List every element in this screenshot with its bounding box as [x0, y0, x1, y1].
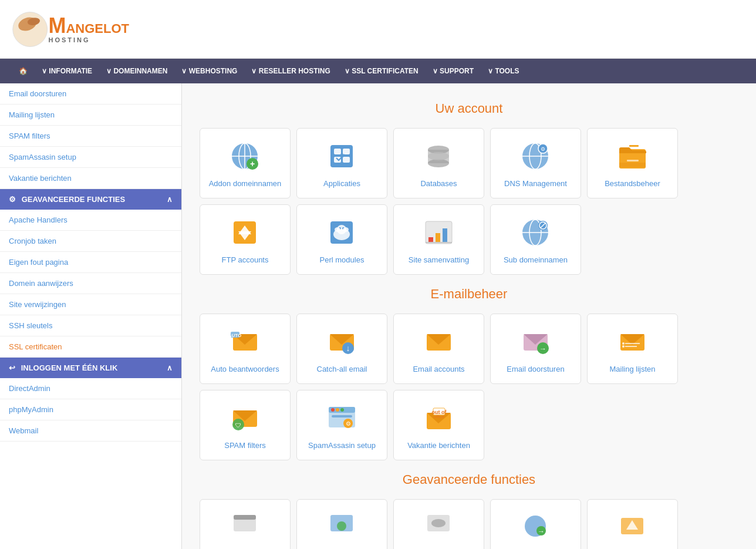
tile-ftp-label: FTP accounts — [222, 255, 269, 264]
nav-support[interactable]: ∨ SUPPORT — [426, 59, 481, 83]
svg-point-75 — [331, 408, 335, 412]
databases-icon — [421, 139, 457, 174]
tile-spamassasin-label: SpamAssasin setup — [308, 441, 376, 450]
tile-bestandsbeheer[interactable]: Bestandsbeheer — [587, 128, 678, 198]
sidebar-item-domein-aanwijzers[interactable]: Domein aanwijzers — [0, 273, 181, 294]
tile-perl[interactable]: Perl modules — [296, 204, 387, 275]
tile-spamassasin[interactable]: ⚙ SpamAssasin setup — [296, 390, 387, 460]
svg-rect-39 — [428, 237, 433, 242]
perl-icon — [325, 215, 360, 251]
svg-rect-11 — [334, 149, 341, 154]
tile-advanced-2[interactable] — [296, 499, 387, 549]
tile-databases[interactable]: Databases — [393, 128, 484, 198]
svg-text:+: + — [250, 159, 255, 169]
sidebar-item-cronjob[interactable]: Cronjob taken — [0, 231, 181, 252]
sidebar-item-phpmyadmin[interactable]: phpMyAdmin — [0, 399, 181, 420]
tile-auto-beantwoorders[interactable]: AUTO Auto beantwoorders — [200, 314, 291, 384]
svg-text:⚙: ⚙ — [346, 420, 351, 427]
advanced-icon-3 — [421, 508, 457, 544]
nav-domeinnamen[interactable]: ∨ DOMEINNAMEN — [99, 59, 174, 83]
sidebar-item-site-verwijzingen[interactable]: Site verwijzingen — [0, 294, 181, 315]
svg-point-76 — [336, 408, 339, 412]
catch-all-icon: ↓ — [325, 325, 360, 360]
tile-databases-label: Databases — [420, 179, 457, 188]
svg-point-68 — [622, 345, 625, 348]
auto-reply-icon: AUTO — [228, 325, 263, 360]
tile-email-doorsturen[interactable]: → Email doorsturen — [490, 314, 581, 384]
login-header-label: INLOGGEN MET ÉÉN KLIK — [21, 363, 118, 372]
menu-bar: 🏠 ∨ INFORMATIE ∨ DOMEINNAMEN ∨ WEBHOSTIN… — [0, 59, 756, 83]
main-content: Uw account + Addon domeinnamen — [182, 83, 756, 549]
svg-point-89 — [337, 521, 346, 531]
dns-icon: ⚙ — [518, 139, 554, 174]
advanced-section-header: ⚙ GEAVANCEERDE FUNCTIES ∧ — [0, 189, 181, 210]
tile-advanced-3[interactable] — [393, 499, 484, 549]
tile-applicaties-label: Applicaties — [323, 179, 360, 188]
svg-rect-41 — [443, 228, 447, 242]
tile-email-doorsturen-label: Email doorsturen — [507, 365, 564, 373]
sidebar-item-vakantie[interactable]: Vakantie berichten — [0, 168, 181, 189]
addon-domain-icon: + — [228, 139, 263, 174]
tile-site-samenvatting[interactable]: Site samenvatting — [393, 204, 484, 275]
sidebar-item-apache[interactable]: Apache Handlers — [0, 210, 181, 231]
logo[interactable]: MANGELOT HOSTING — [12, 9, 129, 50]
svg-rect-12 — [343, 149, 350, 154]
tile-advanced-4[interactable]: → — [490, 499, 581, 549]
vacation-icon: out of office — [421, 401, 457, 436]
email-tiles: AUTO Auto beantwoorders ↓ Catch-all emai… — [200, 314, 738, 460]
tile-spam[interactable]: 🛡 SPAM filters — [200, 390, 291, 460]
tile-dns[interactable]: ⚙ DNS Management — [490, 128, 581, 198]
tile-subdomain[interactable]: Sub domeinnamen — [490, 204, 581, 275]
svg-point-37 — [343, 227, 349, 232]
tile-advanced-1[interactable] — [200, 499, 291, 549]
tile-vakantie[interactable]: out of office Vakantie berichten — [393, 390, 484, 460]
sidebar-item-ssl[interactable]: SSL certificaten — [0, 336, 181, 358]
tile-catch-all[interactable]: ↓ Catch-all email — [296, 314, 387, 384]
svg-point-18 — [428, 152, 449, 160]
bestandsbeheer-icon — [615, 139, 650, 174]
nav-home[interactable]: 🏠 — [12, 59, 35, 83]
tile-applicaties[interactable]: Applicaties — [296, 128, 387, 198]
applicaties-icon — [325, 139, 360, 174]
login-section-header: ↩ INLOGGEN MET ÉÉN KLIK ∧ — [0, 358, 181, 378]
tile-advanced-5[interactable] — [587, 499, 678, 549]
sidebar-item-mailing-lijsten[interactable]: Mailing lijsten — [0, 105, 181, 126]
advanced-tiles: → — [200, 499, 738, 549]
spamassasin-icon: ⚙ — [325, 401, 360, 436]
svg-point-17 — [428, 159, 449, 167]
svg-rect-40 — [436, 233, 440, 242]
nav-tools[interactable]: ∨ TOOLS — [481, 59, 526, 83]
sidebar-item-ssh[interactable]: SSH sleutels — [0, 315, 181, 336]
tile-ftp[interactable]: FTP accounts — [200, 204, 291, 275]
svg-text:🛡: 🛡 — [235, 422, 241, 429]
nav-ssl[interactable]: ∨ SSL CERTIFICATEN — [338, 59, 426, 83]
email-forward-icon: → — [518, 325, 554, 360]
nav-informatie[interactable]: ∨ INFORMATIE — [35, 59, 99, 83]
svg-rect-14 — [343, 157, 350, 163]
svg-text:AUTO: AUTO — [229, 333, 241, 338]
tile-mailing-lijsten[interactable]: Mailing lijsten — [587, 314, 678, 384]
advanced-icon-5 — [615, 508, 650, 544]
sidebar-item-eigen-fout[interactable]: Eigen fout pagina — [0, 252, 181, 273]
tile-addon-domeinnamen[interactable]: + Addon domeinnamen — [200, 128, 291, 198]
account-section-title: Uw account — [200, 101, 738, 116]
advanced-section-title: Geavanceerde functies — [200, 472, 738, 487]
gear-icon: ⚙ — [9, 195, 16, 204]
svg-point-36 — [335, 227, 340, 232]
tile-site-samenvatting-label: Site samenvatting — [409, 255, 469, 264]
advanced-icon-4: → — [518, 508, 554, 544]
spam-icon: 🛡 — [228, 401, 263, 436]
sidebar-item-webmail[interactable]: Webmail — [0, 420, 181, 442]
advanced-header-label: GEAVANCEERDE FUNCTIES — [22, 195, 125, 204]
tile-addon-label: Addon domeinnamen — [209, 179, 282, 188]
tile-email-accounts[interactable]: Email accounts — [393, 314, 484, 384]
sidebar-item-spamassasin[interactable]: SpamAssasin setup — [0, 147, 181, 168]
nav-webhosting[interactable]: ∨ WEBHOSTING — [174, 59, 244, 83]
svg-point-77 — [340, 408, 344, 412]
sidebar-item-directadmin[interactable]: DirectAdmin — [0, 378, 181, 399]
layout: Email doorsturen Mailing lijsten SPAM fi… — [0, 83, 756, 549]
svg-rect-26 — [619, 163, 646, 167]
sidebar-item-email-doorsturen[interactable]: Email doorsturen — [0, 83, 181, 105]
nav-reseller[interactable]: ∨ RESELLER HOSTING — [244, 59, 337, 83]
sidebar-item-spam-filters[interactable]: SPAM filters — [0, 126, 181, 147]
